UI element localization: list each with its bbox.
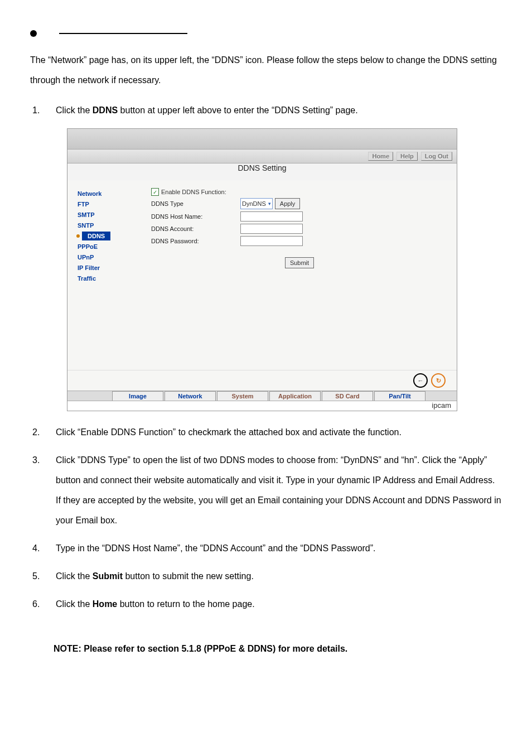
sidebar-item-smtp[interactable]: SMTP <box>76 210 140 220</box>
top-link-bar: Home Help Log Out <box>67 150 457 163</box>
step-number: 6. <box>32 594 56 614</box>
back-arrow-icon[interactable]: ← <box>413 373 428 388</box>
sidebar-item-sntp[interactable]: SNTP <box>76 220 140 230</box>
step-number: 3. <box>32 450 56 531</box>
tab-system[interactable]: System <box>217 391 268 401</box>
list-item: 2. Click “Enable DDNS Function” to check… <box>32 422 502 442</box>
step-number: 5. <box>32 566 56 586</box>
brand-label: ipcam <box>67 401 457 411</box>
sidebar-item-pppoe[interactable]: PPPoE <box>76 242 140 252</box>
tab-spacer <box>67 391 112 401</box>
tab-application[interactable]: Application <box>269 391 321 401</box>
sidebar-item-network[interactable]: Network <box>76 189 140 199</box>
tab-sdcard[interactable]: SD Card <box>322 391 373 401</box>
sidebar-item-ipfilter[interactable]: IP Filter <box>76 263 140 273</box>
step-text: Type in the “DDNS Host Name”, the “DDNS … <box>56 538 502 558</box>
logout-button[interactable]: Log Out <box>421 152 452 161</box>
password-row: DDNS Password: <box>151 236 446 246</box>
intro-paragraph: The “Network” page has, on its upper lef… <box>30 50 502 90</box>
ddns-type-select[interactable]: DynDNS ▾ <box>240 198 273 209</box>
tab-pantilt[interactable]: Pan/Tilt <box>374 391 425 401</box>
steps-list: 1. Click the DDNS button at upper left a… <box>30 100 502 121</box>
select-value: DynDNS <box>242 200 266 207</box>
sidebar-item-ftp[interactable]: FTP <box>76 199 140 209</box>
account-input[interactable] <box>240 224 303 234</box>
apply-button[interactable]: Apply <box>275 198 301 209</box>
enable-label: Enable DDNS Function: <box>161 189 226 195</box>
bottom-tab-bar: Image Network System Application SD Card… <box>67 391 457 401</box>
list-item: 6. Click the Home button to return to th… <box>32 594 502 614</box>
document-page: The “Network” page has, on its upper lef… <box>0 0 532 681</box>
sidebar-item-upnp[interactable]: UPnP <box>76 252 140 262</box>
password-input[interactable] <box>240 236 303 246</box>
sidebar-item-ddns[interactable]: DDNS <box>82 232 110 240</box>
page-title: DDNS Setting <box>67 163 457 172</box>
step-text: Click the Submit button to submit the ne… <box>56 566 502 586</box>
tab-image[interactable]: Image <box>112 391 163 401</box>
content-area: Network FTP SMTP SNTP DDNS PPPoE UPnP IP… <box>67 180 457 370</box>
section-heading-row <box>30 30 502 37</box>
bullet-icon <box>30 30 37 37</box>
active-dot-icon <box>76 234 80 238</box>
step-text: Click the Home button to return to the h… <box>56 594 502 614</box>
password-label: DDNS Password: <box>151 238 240 244</box>
chevron-down-icon: ▾ <box>268 201 271 206</box>
steps-list-cont: 2. Click “Enable DDNS Function” to check… <box>30 422 502 614</box>
type-row: DDNS Type DynDNS ▾ Apply <box>151 198 446 209</box>
host-input[interactable] <box>240 211 303 221</box>
list-item: 4. Type in the “DDNS Host Name”, the “DD… <box>32 538 502 558</box>
step-number: 4. <box>32 538 56 558</box>
step-text: Click the DDNS button at upper left abov… <box>56 100 502 121</box>
host-label: DDNS Host Name: <box>151 213 240 220</box>
screenshot-ddns-setting: Home Help Log Out DDNS Setting Network F… <box>67 128 457 411</box>
bottom-icon-bar: ← ↻ <box>67 370 457 391</box>
submit-button[interactable]: Submit <box>285 257 314 268</box>
step-number: 1. <box>32 100 56 121</box>
account-row: DDNS Account: <box>151 224 446 234</box>
submit-row: Submit <box>151 257 446 268</box>
heading-underline <box>59 33 187 34</box>
step-text: Click “Enable DDNS Function” to checkmar… <box>56 422 502 442</box>
step-number: 2. <box>32 422 56 442</box>
type-label: DDNS Type <box>151 200 240 207</box>
host-row: DDNS Host Name: <box>151 211 446 221</box>
form-panel: ✓ Enable DDNS Function: DDNS Type DynDNS… <box>140 180 457 370</box>
enable-checkbox[interactable]: ✓ <box>151 188 159 196</box>
window-titlebar <box>67 129 457 150</box>
list-item: 5. Click the Submit button to submit the… <box>32 566 502 586</box>
home-button[interactable]: Home <box>368 152 393 161</box>
step-text: Click ”DDNS Type” to open the list of tw… <box>56 450 502 531</box>
note-text: NOTE: Please refer to section 5.1.8 (PPP… <box>54 639 502 659</box>
help-button[interactable]: Help <box>396 152 418 161</box>
list-item: 3. Click ”DDNS Type” to open the list of… <box>32 450 502 531</box>
enable-row: ✓ Enable DDNS Function: <box>151 188 446 196</box>
sidebar: Network FTP SMTP SNTP DDNS PPPoE UPnP IP… <box>67 180 140 370</box>
refresh-icon[interactable]: ↻ <box>431 373 446 388</box>
sidebar-item-traffic[interactable]: Traffic <box>76 273 140 283</box>
sidebar-item-ddns-row[interactable]: DDNS <box>76 231 140 241</box>
list-item: 1. Click the DDNS button at upper left a… <box>32 100 502 121</box>
account-label: DDNS Account: <box>151 225 240 232</box>
tab-network[interactable]: Network <box>165 391 216 401</box>
